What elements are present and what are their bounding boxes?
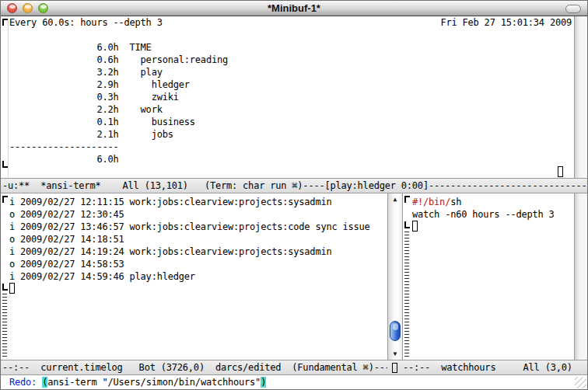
modeline-gap-cursor	[392, 363, 397, 373]
minibuffer-command: ansi-term "/Users/simon/bin/watchhours"	[47, 377, 261, 388]
buffer-line: 2.1h jobs	[9, 128, 574, 141]
scroll-down-icon[interactable]: ▼	[388, 349, 402, 359]
buffer-end-indicator	[2, 284, 8, 291]
buffer-line: i 2009/02/27 13:46:57 work:jobs:clearvie…	[9, 221, 387, 233]
minibuffer[interactable]: Redo: (ansi-term "/Users/simon/bin/watch…	[1, 375, 588, 390]
buffer-line: o 2009/02/27 12:30:45	[9, 208, 387, 221]
buffer-line: --------------------	[9, 141, 574, 153]
script-pane[interactable]: #!/bin/sh watch -n60 hours --depth 3	[412, 193, 574, 360]
blank-line	[9, 29, 574, 41]
buffer-line: o 2009/02/27 14:58:53	[9, 258, 387, 270]
timelog-entries: i 2009/02/27 12:11:15 work:jobs:clearvie…	[9, 196, 387, 283]
shebang-rest-text: sh	[450, 197, 461, 207]
close-paren-highlight: )	[261, 377, 266, 388]
empty-line-indicator	[404, 232, 409, 359]
buffer-line: 2.2h work	[9, 103, 574, 116]
resize-grip-icon[interactable]	[575, 377, 586, 388]
buffer-line: 0.6h personal:reading	[9, 54, 574, 66]
timelog-pane[interactable]: i 2009/02/27 12:11:15 work:jobs:clearvie…	[9, 193, 387, 360]
buffer-line: 3.2h play	[9, 66, 574, 78]
script-scrollbar-track[interactable]	[574, 193, 588, 360]
buffer-line: i 2009/02/27 14:19:24 work:jobs:clearvie…	[9, 245, 387, 258]
buffer-line: 6.0h TIME	[9, 41, 574, 54]
term-modeline[interactable]: -u:** *ansi-term* All (13,101) (Term: ch…	[1, 178, 588, 193]
buffer-line: 0.1h business	[9, 116, 574, 128]
buffer-top-indicator	[404, 196, 410, 203]
term-header-date: Fri Feb 27 15:01:34 2009	[440, 16, 572, 29]
titlebar[interactable]: *Minibuf-1*	[1, 1, 587, 16]
shebang-red-text: #!/bin/	[412, 197, 450, 207]
buffer-top-indicator	[2, 196, 8, 203]
term-header-command: Every 60.0s: hours --depth 3	[9, 16, 163, 29]
buffer-line: i 2009/02/27 12:11:15 work:jobs:clearvie…	[9, 196, 387, 208]
script-cursor	[412, 221, 418, 232]
timelog-cursor	[9, 283, 15, 294]
toolbar-pill-button[interactable]	[565, 5, 581, 13]
term-pane[interactable]: Every 60.0s: hours --depth 3 Fri Feb 27 …	[9, 16, 574, 178]
buffer-line: 6.0h	[9, 153, 574, 165]
emacs-frame: *Minibuf-1* Every 60.0s: hours --depth 3…	[0, 0, 588, 390]
buffer-line: o 2009/02/27 14:18:51	[9, 233, 387, 245]
term-scrollbar-track[interactable]	[574, 16, 588, 178]
buffer-line: 0.3h zwiki	[9, 91, 574, 103]
hours-report: 6.0h TIME 0.6h personal:reading 3.2h pla…	[9, 41, 574, 165]
buffer-end-indicator	[2, 161, 8, 168]
modeline-gap	[387, 360, 401, 375]
buffer-end-indicator	[404, 221, 410, 228]
buffer-line: i 2009/02/27 14:59:46 play:hledger	[9, 270, 387, 283]
script-modeline[interactable]: --:-- watchhours All (3,0)	[401, 360, 588, 375]
buffer-line: 2.9h hledger	[9, 78, 574, 91]
shebang-line: #!/bin/sh	[412, 196, 574, 208]
minibuffer-prompt: Redo:	[9, 377, 42, 388]
empty-line-indicator	[2, 294, 7, 359]
timelog-scrollbar[interactable]: ▲ ▼	[387, 193, 403, 360]
buffer-top-indicator	[2, 19, 8, 26]
term-header: Every 60.0s: hours --depth 3 Fri Feb 27 …	[9, 16, 574, 29]
scroll-up-icon[interactable]: ▲	[388, 194, 402, 204]
script-command-line: watch -n60 hours --depth 3	[412, 208, 574, 221]
terminal-cursor	[558, 166, 563, 177]
scrollbar-thumb[interactable]	[390, 321, 401, 341]
window-title: *Minibuf-1*	[1, 2, 587, 14]
timelog-modeline[interactable]: --:-- current.timelog Bot (3726,0) darcs…	[1, 360, 387, 375]
